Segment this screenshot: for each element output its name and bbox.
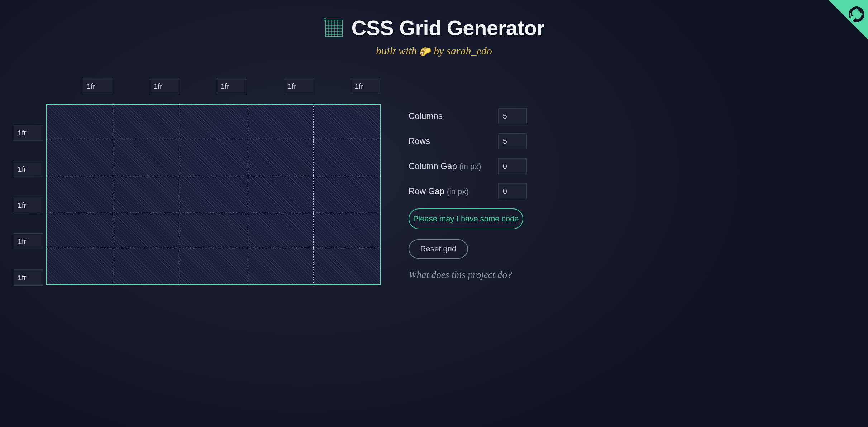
grid-cell[interactable] xyxy=(113,212,180,248)
app-header: CSS Grid Generator built with 🌮 by sarah… xyxy=(0,0,868,57)
taco-icon: 🌮 xyxy=(420,47,431,57)
github-icon xyxy=(845,3,868,25)
grid-cell[interactable] xyxy=(180,212,247,248)
grid-cell[interactable] xyxy=(47,248,113,284)
grid-cell[interactable] xyxy=(113,140,180,176)
column-unit-input[interactable] xyxy=(217,78,246,94)
github-corner-ribbon[interactable] xyxy=(829,0,868,39)
grid-cell[interactable] xyxy=(113,176,180,212)
row-unit-input[interactable] xyxy=(14,125,43,141)
column-gap-label: Column Gap (in px) xyxy=(409,161,481,171)
grid-cell[interactable] xyxy=(47,176,113,212)
controls-sidebar: Columns Rows Column Gap (in px) Row Gap … xyxy=(409,108,527,280)
column-unit-input[interactable] xyxy=(83,78,112,94)
grid-cell[interactable] xyxy=(113,105,180,140)
columns-label: Columns xyxy=(409,111,443,121)
grid-cell[interactable] xyxy=(180,105,247,140)
page-title: CSS Grid Generator xyxy=(352,16,545,40)
grid-cell[interactable] xyxy=(314,248,380,284)
grid-cell[interactable] xyxy=(314,212,380,248)
grid-cell[interactable] xyxy=(247,212,314,248)
row-unit-input[interactable] xyxy=(14,197,43,213)
project-info-link[interactable]: What does this project do? xyxy=(409,269,527,280)
column-unit-input[interactable] xyxy=(351,78,380,94)
subtitle-prefix: built with xyxy=(376,45,420,57)
columns-input[interactable] xyxy=(498,108,527,124)
grid-cell[interactable] xyxy=(180,176,247,212)
grid-cell[interactable] xyxy=(47,105,113,140)
grid-cell[interactable] xyxy=(47,212,113,248)
grid-cell[interactable] xyxy=(180,140,247,176)
grid-cell[interactable] xyxy=(247,105,314,140)
grid-cell[interactable] xyxy=(113,248,180,284)
grid-logo-icon xyxy=(324,18,344,38)
grid-cell[interactable] xyxy=(47,140,113,176)
author-link[interactable]: sarah_edo xyxy=(447,45,492,57)
generate-code-button[interactable]: Please may I have some code xyxy=(409,208,523,229)
row-unit-input[interactable] xyxy=(14,233,43,249)
grid-cell[interactable] xyxy=(247,140,314,176)
grid-cell[interactable] xyxy=(314,105,380,140)
subtitle: built with 🌮 by sarah_edo xyxy=(0,45,868,57)
column-unit-input[interactable] xyxy=(150,78,179,94)
row-gap-label: Row Gap (in px) xyxy=(409,186,469,196)
svg-rect-0 xyxy=(326,20,342,37)
grid-cell[interactable] xyxy=(314,140,380,176)
grid-cell[interactable] xyxy=(247,248,314,284)
column-unit-input[interactable] xyxy=(284,78,313,94)
grid-cell[interactable] xyxy=(180,248,247,284)
subtitle-suffix: by xyxy=(431,45,447,57)
column-unit-row xyxy=(64,78,399,94)
grid-cell[interactable] xyxy=(314,176,380,212)
grid-cell[interactable] xyxy=(247,176,314,212)
column-gap-input[interactable] xyxy=(498,158,527,174)
reset-grid-button[interactable]: Reset grid xyxy=(409,239,468,259)
rows-label: Rows xyxy=(409,136,430,146)
row-unit-column xyxy=(14,115,43,296)
grid-preview[interactable] xyxy=(46,104,381,285)
row-unit-input[interactable] xyxy=(14,269,43,286)
row-gap-input[interactable] xyxy=(498,183,527,199)
rows-input[interactable] xyxy=(498,133,527,149)
row-unit-input[interactable] xyxy=(14,161,43,177)
